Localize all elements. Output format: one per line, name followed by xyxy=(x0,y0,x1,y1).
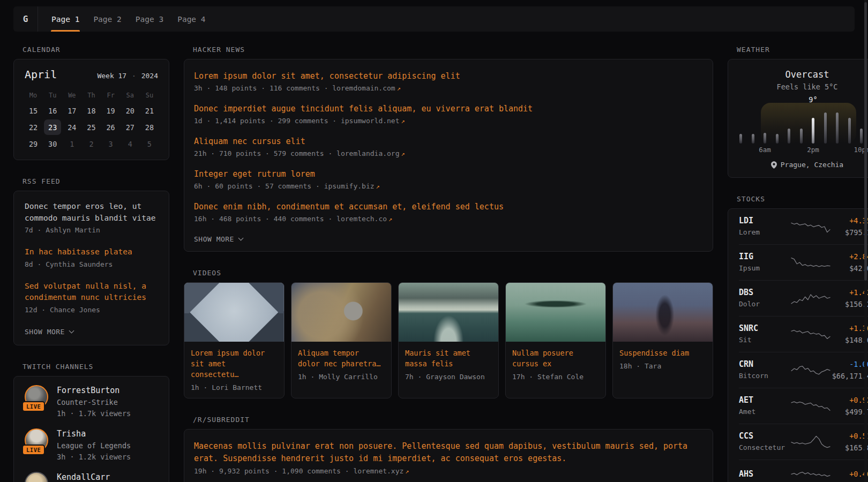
hn-item: Donec enim nibh, condimentum et accumsan… xyxy=(194,201,703,224)
scrollbar[interactable] xyxy=(864,0,867,482)
tab-page-1[interactable]: Page 1 xyxy=(44,6,86,32)
hn-show-more-button[interactable]: SHOW MORE xyxy=(194,235,243,243)
left-column: CALENDAR April Week 17 · 2024 Mo Tu We T… xyxy=(13,46,169,482)
live-badge: LIVE xyxy=(22,445,45,455)
stock-row[interactable]: LDILorem +4.35%$795.18 xyxy=(739,209,868,244)
tab-page-2[interactable]: Page 2 xyxy=(86,6,128,32)
video-thumbnail-sea-boat-wake[interactable] xyxy=(399,283,498,342)
twitch-channel[interactable]: LIVE ForrestBurton Counter-Strike 1h · 1… xyxy=(25,385,158,419)
hn-item-meta: 21h · 710 points · 579 comments · loreml… xyxy=(194,148,703,159)
video-title[interactable]: Mauris sit amet massa felis xyxy=(405,348,492,369)
stock-ticker: CRN xyxy=(739,359,790,370)
temp-bar xyxy=(739,134,742,144)
video-thumbnail-hands-holding-camera[interactable] xyxy=(291,283,391,342)
hn-item-meta: 6h · 60 points · 57 comments · ipsumify.… xyxy=(194,181,703,192)
video-thumbnail-misty-figure[interactable] xyxy=(613,283,713,342)
video-card[interactable]: Lorem ipsum dolor sit amet consectetu… 1… xyxy=(184,282,285,398)
video-card[interactable]: Aliquam tempor dolor nec pharetra… 1h · … xyxy=(291,282,392,398)
rss-item-meta: 8d · Cynthia Saunders xyxy=(25,259,158,270)
temp-bar xyxy=(752,134,754,144)
rss-widget: RSS FEED Donec tempor eros leo, ut commo… xyxy=(13,177,169,345)
rss-item-title[interactable]: Sed volutpat nulla nisl, a condimentum n… xyxy=(25,281,158,304)
dashboard-page: G Page 1 Page 2 Page 3 Page 4 CALENDAR A… xyxy=(0,0,868,482)
subreddit-post-domain[interactable]: loremnet.xyz xyxy=(353,467,403,475)
calendar-week-label: Week 17 · 2024 xyxy=(97,72,158,80)
video-thumbnail-canoe-on-lake[interactable] xyxy=(506,283,605,342)
calendar-week-text: Week 17 xyxy=(97,72,126,80)
stock-row[interactable]: IIGIpsum +2.84%$42.04 xyxy=(739,244,868,280)
hn-item-domain[interactable]: ipsumify.biz xyxy=(324,182,375,190)
video-card[interactable]: Mauris sit amet massa felis 7h · Grayson… xyxy=(398,282,499,398)
hn-item-domain[interactable]: loremlandia.org xyxy=(336,149,399,157)
hn-item-domain[interactable]: ipsumworld.net xyxy=(341,117,400,125)
video-card[interactable]: Suspendisse diam 18h · Tara xyxy=(612,282,713,398)
app-logo[interactable]: G xyxy=(13,6,38,32)
rss-item-title[interactable]: Donec tempor eros leo, ut commodo mauris… xyxy=(25,201,158,224)
stock-row[interactable]: SNRCSit +1.36%$148.64 xyxy=(739,316,868,352)
weather-location: Prague, Czechia xyxy=(739,161,868,169)
video-title[interactable]: Lorem ipsum dolor sit amet consectetu… xyxy=(191,348,278,380)
video-thumbnail-concrete-pillars-sky[interactable] xyxy=(184,283,284,342)
hn-item-title[interactable]: Lorem ipsum dolor sit amet, consectetur … xyxy=(194,70,703,82)
subreddit-widget: /R/SUBREDDIT Maecenas mollis pulvinar er… xyxy=(184,416,713,482)
rss-item-title[interactable]: In hac habitasse platea xyxy=(25,246,158,258)
stock-name: Bitcorn xyxy=(739,371,790,381)
weather-hourly-chart: 9° xyxy=(739,96,868,144)
external-link-arrow-icon: ↗ xyxy=(388,215,392,223)
temp-bar xyxy=(824,112,827,144)
video-meta: 18h · Tara xyxy=(619,362,706,370)
video-title[interactable]: Nullam posuere cursus ex xyxy=(512,348,599,369)
tab-page-3[interactable]: Page 3 xyxy=(129,6,170,32)
day-cell: 26 xyxy=(101,119,121,135)
stock-price: $795.18 xyxy=(830,228,868,237)
dashboard-grid: CALENDAR April Week 17 · 2024 Mo Tu We T… xyxy=(13,46,855,482)
stock-row[interactable]: AHS +0.46% xyxy=(739,460,868,482)
video-card[interactable]: Nullam posuere cursus ex 17h · Stefan Co… xyxy=(505,282,606,398)
rss-widget-label: RSS FEED xyxy=(23,177,169,185)
tab-page-4[interactable]: Page 4 xyxy=(170,6,212,32)
stock-change: -1.00% xyxy=(830,359,868,370)
temp-bar xyxy=(848,118,851,144)
hn-item-title[interactable]: Integer eget rutrum lorem xyxy=(194,168,703,180)
rss-show-more-button[interactable]: SHOW MORE xyxy=(25,328,73,336)
hn-item-title[interactable]: Donec imperdiet augue tincidunt felis al… xyxy=(194,103,703,115)
hn-item-meta: 3h · 148 points · 116 comments · loremdo… xyxy=(194,83,703,94)
stock-price: $66,171.48 xyxy=(830,371,868,381)
day-cell-next-month: 4 xyxy=(121,135,140,152)
twitch-channel[interactable]: LIVE Trisha League of Legends 3h · 1.2k … xyxy=(25,428,158,462)
stock-ticker: DBS xyxy=(739,287,790,298)
day-cell-next-month: 1 xyxy=(62,135,81,152)
calendar-widget-label: CALENDAR xyxy=(23,46,169,54)
temp-bar xyxy=(776,134,779,144)
temp-bar xyxy=(788,129,790,144)
stock-change: +0.92% xyxy=(830,395,868,405)
weather-widget: WEATHER Overcast Feels like 5°C 9° 6am 2… xyxy=(728,46,868,178)
rss-card: Donec tempor eros leo, ut commodo mauris… xyxy=(13,191,169,345)
subreddit-post-title[interactable]: Maecenas mollis pulvinar erat non posuer… xyxy=(194,440,703,465)
stock-row[interactable]: CRNBitcorn -1.00%$66,171.48 xyxy=(739,352,868,388)
day-header-tu: Tu xyxy=(43,88,62,102)
video-title[interactable]: Suspendisse diam xyxy=(619,348,706,358)
scrollbar-thumb[interactable] xyxy=(864,2,867,281)
middle-column: HACKER NEWS Lorem ipsum dolor sit amet, … xyxy=(184,46,713,482)
temp-bar xyxy=(800,129,803,144)
twitch-widget-label: TWITCH CHANNELS xyxy=(23,363,169,371)
twitch-channel[interactable]: KendallCarr xyxy=(25,472,158,482)
hn-item-title[interactable]: Aliquam nec cursus elit xyxy=(194,135,703,147)
video-title[interactable]: Aliquam tempor dolor nec pharetra… xyxy=(298,348,385,369)
channel-name: Trisha xyxy=(57,428,131,439)
hn-item-domain[interactable]: loremdomain.com xyxy=(332,84,395,92)
stock-row[interactable]: DBSDolor +1.42%$156.28 xyxy=(739,280,868,316)
rss-item: Donec tempor eros leo, ut commodo mauris… xyxy=(25,201,158,236)
stock-row[interactable]: CCSConsectetur +0.51%$165.84 xyxy=(739,424,868,460)
hn-item-domain[interactable]: loremtech.co xyxy=(336,215,387,223)
temp-bar xyxy=(812,118,814,144)
temp-bar xyxy=(860,129,863,144)
stock-row[interactable]: AETAmet +0.92%$499.72 xyxy=(739,388,868,424)
stock-name: Consectetur xyxy=(739,443,790,453)
day-cell-next-month: 2 xyxy=(81,135,101,152)
hn-item-title[interactable]: Donec enim nibh, condimentum et accumsan… xyxy=(194,201,703,213)
video-meta: 17h · Stefan Cole xyxy=(512,373,599,381)
day-cell-next-month: 5 xyxy=(140,135,159,152)
video-body: Aliquam tempor dolor nec pharetra… 1h · … xyxy=(291,342,391,387)
